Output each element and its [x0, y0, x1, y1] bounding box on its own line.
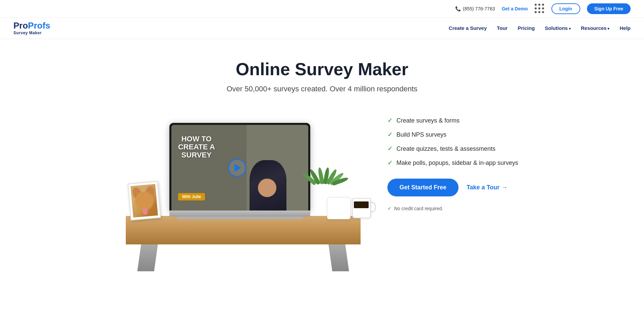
- apps-grid-icon[interactable]: [535, 4, 545, 14]
- plant: [327, 167, 354, 219]
- hero-title: Online Survey Maker: [13, 59, 631, 79]
- login-button[interactable]: Login: [551, 3, 580, 14]
- logo-profs-text: Profs: [28, 20, 50, 31]
- nav-item-pricing[interactable]: Pricing: [518, 25, 535, 31]
- coffee-mug: [352, 198, 371, 218]
- laptop: HOW TO CREATE A SURVEY With Julie: [169, 123, 310, 219]
- logo[interactable]: ProProfs Survey Maker: [13, 21, 50, 35]
- video-badge: With Julie: [178, 193, 205, 200]
- get-demo-link[interactable]: Get a Demo: [502, 6, 528, 11]
- video-thumbnail[interactable]: HOW TO CREATE A SURVEY With Julie: [171, 125, 308, 211]
- hero-subtitle: Over 50,000+ surveys created. Over 4 mil…: [13, 85, 631, 93]
- no-card-check-icon: ✓: [387, 206, 391, 211]
- feature-item-3: ✓ Create quizzes, tests & assessments: [387, 145, 518, 152]
- video-play-button[interactable]: [228, 159, 246, 177]
- get-started-button[interactable]: Get Started Free: [387, 179, 459, 196]
- laptop-bottom: [176, 217, 303, 219]
- cta-buttons: Get Started Free Take a Tour →: [387, 179, 518, 196]
- check-icon-1: ✓: [387, 117, 392, 124]
- top-bar: 📞 (855) 776-7763 Get a Demo Login Sign U…: [0, 0, 644, 18]
- signup-button[interactable]: Sign Up Free: [587, 3, 631, 14]
- laptop-body: HOW TO CREATE A SURVEY With Julie: [169, 123, 310, 219]
- check-icon-4: ✓: [387, 159, 392, 167]
- desk-scene: HOW TO CREATE A SURVEY With Julie: [126, 110, 361, 271]
- hero-section: Online Survey Maker Over 50,000+ surveys…: [0, 39, 644, 271]
- laptop-screen: HOW TO CREATE A SURVEY With Julie: [169, 123, 310, 211]
- photo-frame: [127, 181, 161, 220]
- take-tour-link[interactable]: Take a Tour →: [467, 184, 507, 191]
- check-icon-3: ✓: [387, 145, 392, 152]
- nav-links: Create a Survey Tour Pricing Solutions R…: [449, 25, 631, 31]
- desk-leg-left: [137, 244, 158, 271]
- nav-item-help[interactable]: Help: [620, 25, 631, 31]
- nav-item-resources[interactable]: Resources: [581, 25, 610, 31]
- desk-surface: [126, 216, 361, 244]
- desk-leg-right: [328, 244, 349, 271]
- feature-item-1: ✓ Create surveys & forms: [387, 117, 518, 124]
- nav-item-create-survey[interactable]: Create a Survey: [449, 25, 487, 31]
- phone-icon: 📞: [455, 6, 461, 11]
- nav-item-solutions[interactable]: Solutions: [545, 25, 571, 31]
- feature-item-4: ✓ Make polls, popups, sidebar & in-app s…: [387, 159, 518, 167]
- main-nav: ProProfs Survey Maker Create a Survey To…: [0, 18, 644, 39]
- check-icon-2: ✓: [387, 131, 392, 138]
- logo-pro-text: Pro: [13, 20, 28, 31]
- no-card-notice: ✓ No credit card required.: [387, 206, 518, 211]
- tour-arrow-icon: →: [501, 184, 507, 191]
- laptop-base: [169, 211, 310, 217]
- logo-subtitle: Survey Maker: [13, 31, 42, 35]
- features-panel: ✓ Create surveys & forms ✓ Build NPS sur…: [387, 110, 518, 211]
- phone-number: 📞 (855) 776-7763: [455, 6, 495, 11]
- video-overlay-text: HOW TO CREATE A SURVEY: [178, 135, 215, 159]
- feature-item-2: ✓ Build NPS surveys: [387, 131, 518, 138]
- nav-item-tour[interactable]: Tour: [497, 25, 507, 31]
- hero-content: HOW TO CREATE A SURVEY With Julie: [104, 110, 540, 271]
